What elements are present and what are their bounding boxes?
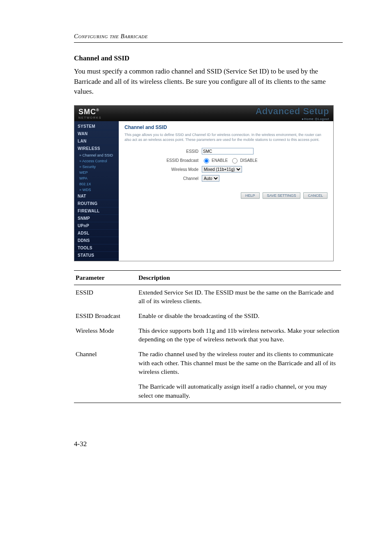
subnav-8021x[interactable]: 802.1X <box>74 181 119 187</box>
channel-row: Channel Auto <box>125 175 327 182</box>
section-title: Channel and SSID <box>74 54 343 62</box>
nav-nat[interactable]: NAT <box>74 193 119 200</box>
nav-adsl[interactable]: ADSL <box>74 230 119 237</box>
sidebar-nav: SYSTEM WAN LAN WIRELESS » Channel and SS… <box>74 121 119 261</box>
screenshot-header: SMC® NETWORKS Advanced Setup ▸Home ◎Logo… <box>74 106 333 121</box>
subnav-security[interactable]: » Security <box>74 164 119 170</box>
panel-description: This page allows you to define SSID and … <box>125 133 327 142</box>
intro-paragraph: You must specify a common radio channel … <box>74 67 343 97</box>
smc-logo: SMC® NETWORKS <box>78 108 101 119</box>
channel-select[interactable]: Auto <box>202 175 219 182</box>
subnav-wep[interactable]: WEP <box>74 170 119 175</box>
nav-tools[interactable]: TOOLS <box>74 244 119 252</box>
essid-label: ESSID <box>125 149 202 154</box>
table-row: The radio channel used by the wireless r… <box>137 347 341 379</box>
mode-row: Wireless Mode Mixed (11b+11g) <box>125 166 327 173</box>
channel-label: Channel <box>125 176 202 181</box>
divider <box>74 42 343 43</box>
running-head: Configuring the Barricade <box>74 33 343 40</box>
table-row: Extended Service Set ID. The ESSID must … <box>137 285 341 309</box>
nav-status[interactable]: STATUS <box>74 252 119 259</box>
subnav-channel-ssid[interactable]: » Channel and SSID <box>74 152 119 158</box>
header-links[interactable]: ▸Home ◎Logout <box>302 117 329 121</box>
table-row: ESSID Broadcast <box>74 309 137 323</box>
nav-wireless[interactable]: WIRELESS <box>74 145 119 152</box>
nav-snmp[interactable]: SNMP <box>74 215 119 222</box>
nav-routing[interactable]: ROUTING <box>74 200 119 207</box>
nav-lan[interactable]: LAN <box>74 138 119 145</box>
table-header-description: Description <box>137 270 341 285</box>
button-row: HELP SAVE SETTINGS CANCEL <box>125 192 327 199</box>
panel-title: Channel and SSID <box>125 124 327 130</box>
subnav-access-control[interactable]: » Access Control <box>74 158 119 164</box>
table-row: The Barricade will automatically assign … <box>137 379 341 403</box>
table-row: Wireless Mode <box>74 323 137 347</box>
subnav-wds[interactable]: » WDS <box>74 187 119 193</box>
nav-firewall[interactable]: FIREWALL <box>74 207 119 215</box>
broadcast-label: ESSID Broadcast <box>125 158 202 163</box>
nav-wan[interactable]: WAN <box>74 130 119 138</box>
broadcast-disable-label: DISABLE <box>240 158 257 163</box>
mode-label: Wireless Mode <box>125 167 202 172</box>
main-panel: Channel and SSID This page allows you to… <box>119 121 333 261</box>
nav-upnp[interactable]: UPnP <box>74 222 119 230</box>
broadcast-row: ESSID Broadcast ENABLE DISABLE <box>125 157 327 164</box>
broadcast-disable-radio[interactable] <box>232 158 238 164</box>
brand-title: Advanced Setup ▸Home ◎Logout <box>256 106 329 121</box>
subnav-wpa[interactable]: WPA <box>74 175 119 181</box>
essid-input[interactable] <box>202 148 254 154</box>
table-row <box>74 379 137 403</box>
table-row: Channel <box>74 347 137 379</box>
cancel-button[interactable]: CANCEL <box>303 192 327 199</box>
table-row: ESSID <box>74 285 137 309</box>
broadcast-enable-radio[interactable] <box>204 158 209 164</box>
broadcast-enable-label: ENABLE <box>212 158 228 163</box>
table-row: Enable or disable the broadcasting of th… <box>137 309 341 323</box>
table-row: This device supports both 11g and 11b wi… <box>137 323 341 347</box>
nav-system[interactable]: SYSTEM <box>74 123 119 130</box>
essid-row: ESSID <box>125 148 327 154</box>
table-header-parameter: Parameter <box>74 270 137 285</box>
parameter-table: Parameter Description ESSID Extended Ser… <box>74 270 341 403</box>
nav-ddns[interactable]: DDNS <box>74 237 119 244</box>
save-settings-button[interactable]: SAVE SETTINGS <box>263 192 301 199</box>
mode-select[interactable]: Mixed (11b+11g) <box>202 166 242 173</box>
embedded-screenshot: SMC® NETWORKS Advanced Setup ▸Home ◎Logo… <box>74 105 334 261</box>
page-number: 4-32 <box>74 440 343 448</box>
help-button[interactable]: HELP <box>241 192 260 199</box>
